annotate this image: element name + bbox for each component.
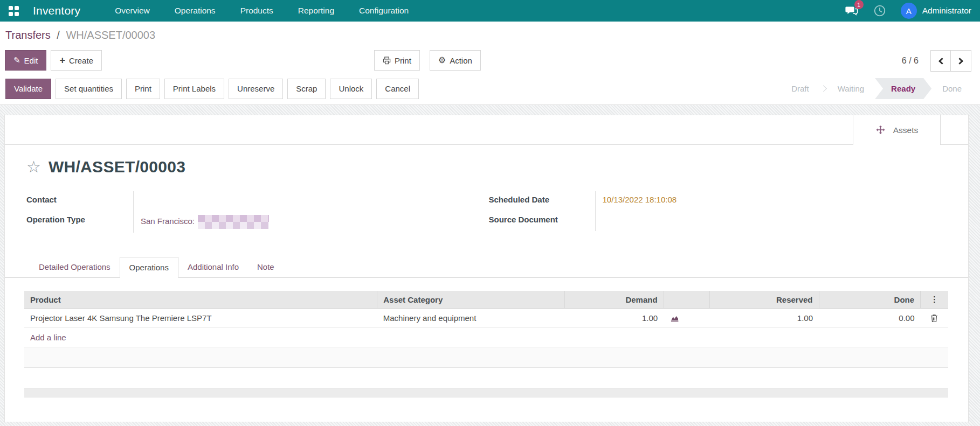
chevron-right-icon bbox=[956, 58, 963, 65]
delete-row-icon[interactable] bbox=[930, 314, 938, 323]
messages-count-badge: 1 bbox=[854, 0, 864, 9]
menu-overview[interactable]: Overview bbox=[114, 1, 151, 21]
empty-row-stripe bbox=[24, 347, 948, 368]
unlock-button[interactable]: Unlock bbox=[330, 79, 372, 99]
move-arrows-icon bbox=[875, 125, 886, 135]
record-title: WH/ASSET/00003 bbox=[49, 158, 185, 176]
cell-asset-category[interactable]: Machinery and equipment bbox=[377, 309, 565, 328]
add-line-row: Add a line bbox=[24, 328, 948, 347]
user-name: Administrator bbox=[922, 6, 971, 16]
unreserve-button[interactable]: Unreserve bbox=[229, 79, 283, 99]
menu-products[interactable]: Products bbox=[239, 1, 274, 21]
navbar-right: 1 A Administrator bbox=[845, 3, 971, 19]
breadcrumb-current: WH/ASSET/00003 bbox=[66, 29, 155, 41]
source-document-value[interactable] bbox=[595, 211, 947, 231]
operations-list: Product Asset Category Demand Reserved D… bbox=[24, 291, 948, 397]
form-sheet: Assets ☆ WH/ASSET/00003 Contact Operatio… bbox=[4, 115, 969, 422]
scrap-button[interactable]: Scrap bbox=[287, 79, 326, 99]
field-groups: Contact Operation Type San Francisco: Sc… bbox=[5, 191, 968, 233]
cell-demand[interactable]: 1.00 bbox=[565, 309, 664, 328]
cell-done[interactable]: 0.00 bbox=[819, 309, 921, 328]
pager-count: 6 / 6 bbox=[902, 56, 919, 66]
activities-clock-icon[interactable] bbox=[873, 4, 887, 18]
menu-operations[interactable]: Operations bbox=[174, 1, 217, 21]
col-header-asset-category[interactable]: Asset Category bbox=[377, 291, 565, 309]
user-menu[interactable]: A Administrator bbox=[901, 3, 971, 19]
apps-menu-icon[interactable] bbox=[9, 6, 19, 16]
action-row: ✎ Edit + Create Print ⚙ Action bbox=[4, 50, 976, 72]
chevron-left-icon bbox=[938, 58, 946, 65]
create-button-label: Create bbox=[69, 56, 93, 65]
state-done[interactable]: Done bbox=[931, 79, 972, 98]
pager-previous-button[interactable] bbox=[930, 50, 951, 72]
button-box: Assets bbox=[5, 115, 968, 145]
redacted-text bbox=[198, 215, 269, 229]
contact-label: Contact bbox=[26, 191, 133, 211]
tab-operations[interactable]: Operations bbox=[120, 257, 178, 278]
gear-icon: ⚙ bbox=[438, 56, 446, 65]
menu-reporting[interactable]: Reporting bbox=[297, 1, 335, 21]
breadcrumb-separator: / bbox=[57, 29, 60, 41]
col-header-spacer bbox=[664, 291, 710, 309]
source-document-label: Source Document bbox=[489, 211, 595, 231]
pager: 6 / 6 bbox=[902, 50, 971, 72]
table-header-row: Product Asset Category Demand Reserved D… bbox=[24, 291, 948, 309]
breadcrumb-transfers-link[interactable]: Transfers bbox=[5, 29, 51, 41]
messages-icon[interactable]: 1 bbox=[845, 4, 859, 18]
validate-button[interactable]: Validate bbox=[5, 79, 51, 99]
edit-button-label: Edit bbox=[24, 56, 38, 65]
plus-icon: + bbox=[59, 55, 65, 65]
top-navbar: Inventory Overview Operations Products R… bbox=[0, 0, 980, 22]
print-button[interactable]: Print bbox=[374, 50, 420, 71]
forecast-chart-icon[interactable] bbox=[671, 314, 680, 322]
tab-additional-info[interactable]: Additional Info bbox=[178, 257, 248, 278]
col-header-reserved[interactable]: Reserved bbox=[710, 291, 819, 309]
scheduled-date-label: Scheduled Date bbox=[489, 191, 595, 211]
tab-detailed-operations[interactable]: Detailed Operations bbox=[30, 257, 120, 278]
contact-value[interactable] bbox=[133, 191, 485, 211]
print-button-label: Print bbox=[395, 56, 411, 65]
pager-next-button[interactable] bbox=[951, 50, 971, 72]
state-separator-icon bbox=[820, 85, 827, 92]
menu-configuration[interactable]: Configuration bbox=[358, 1, 410, 21]
print-labels-button[interactable]: Print Labels bbox=[164, 79, 224, 99]
operation-type-label: Operation Type bbox=[26, 211, 133, 233]
state-waiting[interactable]: Waiting bbox=[827, 79, 875, 98]
scheduled-date-value[interactable]: 10/13/2022 18:10:08 bbox=[603, 195, 677, 204]
section-divider bbox=[24, 388, 948, 397]
action-button[interactable]: ⚙ Action bbox=[430, 50, 481, 71]
col-header-done[interactable]: Done bbox=[819, 291, 921, 309]
cell-reserved[interactable]: 1.00 bbox=[710, 309, 819, 328]
pencil-icon: ✎ bbox=[13, 55, 20, 65]
favorite-star-icon[interactable]: ☆ bbox=[26, 159, 41, 175]
status-pipeline: Draft Waiting Ready Done bbox=[781, 78, 972, 99]
cell-product[interactable]: Projector Laser 4K Samsung The Premiere … bbox=[24, 309, 377, 328]
set-quantities-button[interactable]: Set quantities bbox=[56, 79, 122, 99]
col-header-demand[interactable]: Demand bbox=[565, 291, 664, 309]
edit-button[interactable]: ✎ Edit bbox=[5, 50, 46, 71]
operation-type-value[interactable]: San Francisco: bbox=[133, 211, 485, 233]
avatar: A bbox=[901, 3, 917, 19]
empty-row bbox=[24, 368, 948, 388]
state-draft[interactable]: Draft bbox=[781, 79, 820, 98]
assets-smart-button-label: Assets bbox=[893, 125, 919, 135]
col-header-product[interactable]: Product bbox=[24, 291, 377, 309]
print-status-button[interactable]: Print bbox=[126, 79, 160, 99]
action-button-label: Action bbox=[450, 56, 472, 65]
breadcrumb: Transfers / WH/ASSET/00003 bbox=[5, 29, 976, 41]
printer-icon bbox=[383, 57, 391, 65]
app-brand[interactable]: Inventory bbox=[33, 4, 80, 17]
operation-type-link[interactable]: San Francisco: bbox=[141, 217, 195, 226]
assets-smart-button[interactable]: Assets bbox=[853, 115, 941, 145]
main-menu: Overview Operations Products Reporting C… bbox=[114, 1, 410, 21]
create-button[interactable]: + Create bbox=[51, 50, 102, 71]
status-row: Validate Set quantities Print Print Labe… bbox=[4, 78, 976, 104]
notebook-tabs: Detailed Operations Operations Additiona… bbox=[5, 256, 968, 278]
state-ready[interactable]: Ready bbox=[875, 78, 931, 99]
tab-note[interactable]: Note bbox=[248, 257, 284, 278]
add-a-line-link[interactable]: Add a line bbox=[30, 333, 66, 342]
cancel-button[interactable]: Cancel bbox=[376, 79, 419, 99]
control-panel: Transfers / WH/ASSET/00003 ✎ Edit + Crea… bbox=[0, 22, 980, 105]
table-row[interactable]: Projector Laser 4K Samsung The Premiere … bbox=[24, 309, 948, 328]
optional-columns-icon[interactable]: ⋮ bbox=[930, 295, 938, 304]
